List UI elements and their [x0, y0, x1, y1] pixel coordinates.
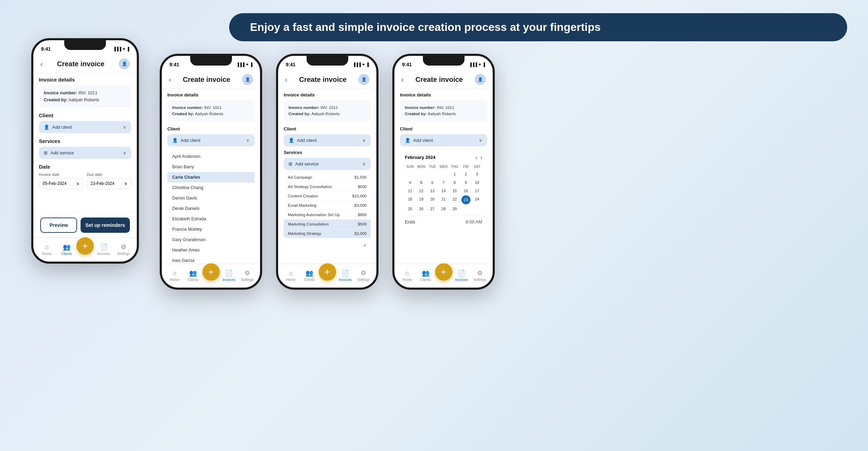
add-service-btn-3[interactable]: ⊞ Add service ∨ — [284, 158, 371, 170]
cal-prev-4[interactable]: ‹ — [476, 155, 477, 160]
add-client-btn-3[interactable]: 👤 Add client ∨ — [284, 134, 371, 146]
chevron-client-1: ∨ — [123, 125, 126, 130]
cal-day-3[interactable]: 3 — [472, 170, 482, 178]
cal-day-18[interactable]: 18 — [405, 195, 415, 204]
fab-2[interactable]: + — [202, 263, 220, 281]
cal-day-20[interactable]: 20 — [427, 195, 437, 204]
add-service-btn-1[interactable]: ⊞ Add service ∨ — [39, 147, 131, 159]
cal-day-15[interactable]: 15 — [450, 187, 460, 195]
client-christina[interactable]: Christina Chang — [167, 182, 254, 193]
client-april[interactable]: April Anderson — [167, 151, 254, 162]
cal-day-28[interactable]: 28 — [438, 205, 449, 213]
client-derek[interactable]: Derek Daniels — [167, 203, 254, 214]
nav-clients-3[interactable]: 👥 Clients — [300, 269, 318, 282]
cal-day-24[interactable]: 24 — [472, 195, 482, 204]
cal-day-17[interactable]: 17 — [472, 187, 482, 195]
cal-day-16[interactable]: 16 — [461, 187, 471, 195]
nav-home-4[interactable]: ⌂ Home — [398, 270, 416, 282]
service-marketing-automation[interactable]: Marketing Automation Set Up $800 — [284, 210, 371, 220]
banner-text: Enjoy a fast and simple invoice creation… — [250, 21, 601, 33]
cal-day-27[interactable]: 27 — [427, 205, 437, 213]
nav-settings-1[interactable]: ⚙ Settings — [114, 243, 133, 256]
cal-day-19[interactable]: 19 — [416, 195, 426, 204]
nav-home-3[interactable]: ⌂ Home — [282, 270, 300, 282]
cal-day-13[interactable]: 13 — [427, 187, 437, 195]
cal-day-10[interactable]: 10 — [472, 179, 482, 186]
status-icons-4: ▐▐▐ ✦ ▐ — [469, 62, 485, 67]
nav-invoices-2[interactable]: 📄 Invoices — [220, 269, 238, 282]
cal-wed: WED — [438, 164, 449, 170]
nav-home-2[interactable]: ⌂ Home — [165, 270, 184, 282]
client-darion[interactable]: Darion Davis — [167, 193, 254, 203]
client-gary[interactable]: Gary Granderson — [167, 235, 254, 245]
invoice-details-label-4: Invoice details — [400, 92, 487, 97]
client-carla[interactable]: Carla Charles — [167, 172, 254, 182]
nav-invoices-4[interactable]: 📄 Invoices — [452, 269, 471, 282]
chevron-service-1: ∨ — [123, 150, 126, 155]
cal-day-2[interactable]: 2 — [461, 170, 471, 178]
nav-clients-4[interactable]: 👥 Clients — [416, 269, 435, 282]
cal-day-23[interactable]: 23 — [461, 195, 470, 204]
client-elizabeth[interactable]: Elizabeth Estrada — [167, 214, 254, 224]
cal-day-14[interactable]: 14 — [438, 187, 449, 195]
add-client-btn-4[interactable]: 👤 Add client ∨ — [400, 134, 487, 146]
cal-day-25[interactable]: 25 — [405, 205, 415, 213]
cal-day-22[interactable]: 22 — [450, 195, 460, 204]
preview-button-1[interactable]: Preview — [40, 218, 77, 233]
fab-4[interactable]: + — [435, 263, 452, 281]
nav-invoices-3[interactable]: 📄 Invoices — [336, 269, 354, 282]
add-service-plus-3[interactable]: + — [284, 241, 371, 251]
avatar-3: 👤 — [358, 74, 369, 85]
setup-reminders-button-1[interactable]: Set up reminders — [81, 218, 130, 233]
add-client-btn-1[interactable]: 👤 Add client ∨ — [39, 121, 131, 133]
fab-3[interactable]: + — [319, 263, 336, 281]
settings-icon-2: ⚙ — [244, 269, 250, 277]
cal-day-11[interactable]: 11 — [405, 187, 415, 195]
nav-settings-3[interactable]: ⚙ Settings — [354, 269, 373, 282]
client-francia[interactable]: Francia Mobley — [167, 224, 254, 235]
avatar-1: 👤 — [119, 58, 130, 69]
cal-next-4[interactable]: › — [481, 155, 482, 160]
add-client-text-3: Add client — [297, 138, 317, 143]
nav-clients-1[interactable]: 👥 Clients — [57, 243, 76, 256]
invoice-date-dropdown[interactable]: 05-Feb-2024 ∨ — [39, 178, 83, 189]
client-heather[interactable]: Heather Ames — [167, 245, 254, 255]
nav-invoices-1[interactable]: 📄 Invoices — [94, 243, 114, 256]
cal-day-empty-6 — [472, 205, 482, 213]
service-email-marketing[interactable]: Email Marketing $3,000 — [284, 201, 371, 210]
cal-day-4[interactable]: 4 — [405, 179, 415, 186]
client-brian[interactable]: Brian Barry — [167, 162, 254, 172]
due-date-dropdown[interactable]: 23-Feb-2024 ∨ — [87, 178, 131, 189]
client-ines[interactable]: Ines Garcia — [167, 255, 254, 264]
back-arrow-1[interactable]: ‹ — [40, 60, 43, 68]
nav-settings-2[interactable]: ⚙ Settings — [238, 269, 257, 282]
cal-day-26[interactable]: 26 — [416, 205, 426, 213]
nav-invoices-label-1: Invoices — [97, 252, 110, 256]
back-arrow-2[interactable]: ‹ — [169, 76, 171, 84]
service-marketing-consultation[interactable]: Marketing Consultation $500 — [284, 220, 371, 229]
nav-home-1[interactable]: ⌂ Home — [37, 244, 57, 256]
service-ad-campaign[interactable]: Ad Campaign $1,500 — [284, 173, 371, 182]
service-ad-strategy[interactable]: Ad Strategy Consultation $500 — [284, 182, 371, 192]
clients-icon-1: 👥 — [63, 243, 70, 251]
nav-clients-2[interactable]: 👥 Clients — [184, 269, 202, 282]
phone-title-2: Create invoice — [183, 76, 230, 84]
fab-1[interactable]: + — [76, 237, 94, 255]
cal-day-7[interactable]: 7 — [438, 179, 449, 186]
service-marketing-strategy[interactable]: Marketing Strategy $3,000 — [284, 229, 371, 238]
service-content-creation[interactable]: Content Creation $10,000 — [284, 192, 371, 201]
nav-settings-4[interactable]: ⚙ Settings — [471, 269, 489, 282]
back-arrow-4[interactable]: ‹ — [401, 76, 404, 84]
cal-day-8[interactable]: 8 — [450, 179, 460, 186]
cal-day-12[interactable]: 12 — [416, 187, 426, 195]
cal-day-5[interactable]: 5 — [416, 179, 426, 186]
cal-day-6[interactable]: 6 — [427, 179, 437, 186]
cal-header-4: February 2024 ‹ › — [405, 155, 482, 160]
cal-day-9[interactable]: 9 — [461, 179, 471, 186]
back-arrow-3[interactable]: ‹ — [285, 76, 287, 84]
cal-day-21[interactable]: 21 — [438, 195, 449, 204]
cal-day-29[interactable]: 29 — [450, 205, 460, 213]
add-client-btn-2[interactable]: 👤 Add client ∨ — [167, 134, 254, 146]
home-icon-4: ⌂ — [405, 270, 409, 277]
cal-day-1[interactable]: 1 — [450, 170, 460, 178]
